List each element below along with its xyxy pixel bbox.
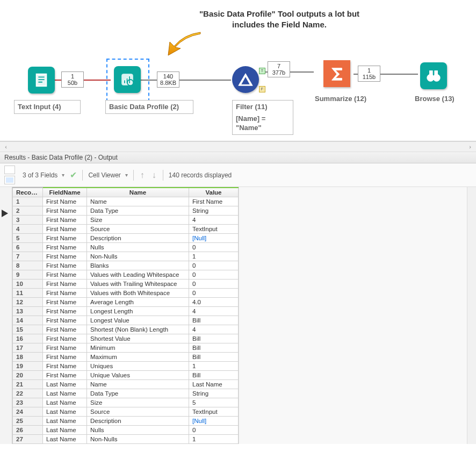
- label-basic-data-profile: Basic Data Profile (2): [105, 100, 193, 114]
- table-view-icon[interactable]: [4, 176, 15, 184]
- current-row-marker-icon: [2, 210, 10, 217]
- table-row[interactable]: 25Last NameDescription[Null]: [13, 417, 239, 426]
- cell-name: Data Type: [87, 206, 189, 216]
- cell-value: TextInput: [189, 407, 239, 417]
- cell-record: 6: [13, 243, 43, 252]
- sort-asc-button[interactable]: ↑: [139, 170, 146, 180]
- tool-text-input[interactable]: [28, 67, 55, 94]
- results-vertical-scrollbar[interactable]: [467, 187, 476, 444]
- cell-name: Name: [87, 380, 189, 389]
- cell-value: TextInput: [189, 225, 239, 234]
- table-row[interactable]: 19First NameUniques1: [13, 362, 239, 371]
- cell-value: 0: [189, 426, 239, 435]
- cell-name: Maximum: [87, 353, 189, 362]
- scroll-right-button[interactable]: ›: [466, 144, 474, 150]
- table-row[interactable]: 6First NameNulls0: [13, 243, 239, 252]
- messages-view-icon[interactable]: [4, 166, 15, 174]
- table-row[interactable]: 3First NameSize4: [13, 216, 239, 225]
- svg-rect-11: [435, 71, 438, 76]
- cell-value: 0: [189, 280, 239, 289]
- table-row[interactable]: 8First NameBlanks0: [13, 261, 239, 270]
- cell-fieldname: First Name: [43, 234, 87, 243]
- table-row[interactable]: 11First NameValues with Both Whitespace0: [13, 289, 239, 298]
- apply-check-icon[interactable]: ✔: [70, 170, 77, 180]
- col-value[interactable]: Value: [189, 188, 239, 197]
- table-row[interactable]: 21Last NameNameLast Name: [13, 380, 239, 389]
- cell-record: 16: [13, 334, 43, 343]
- table-row[interactable]: 15First NameShortest (Non Blank) Length4: [13, 325, 239, 334]
- table-row[interactable]: 5First NameDescription[Null]: [13, 234, 239, 243]
- table-row[interactable]: 22Last NameData TypeString: [13, 389, 239, 398]
- tool-filter[interactable]: [232, 66, 259, 93]
- cell-name: Data Type: [87, 389, 189, 398]
- results-table[interactable]: Record # FieldName Name Value 1First Nam…: [12, 187, 239, 444]
- callout-text: "Basic Data Profile" Tool outputs a lot …: [199, 9, 360, 30]
- cell-fieldname: Last Name: [43, 426, 87, 435]
- cell-value: First Name: [189, 197, 239, 206]
- cell-record: 9: [13, 270, 43, 280]
- cell-value: 5: [189, 398, 239, 407]
- table-row[interactable]: 24Last NameSourceTextInput: [13, 407, 239, 417]
- tool-summarize[interactable]: [323, 60, 350, 87]
- table-row[interactable]: 4First NameSourceTextInput: [13, 225, 239, 234]
- callout-arrow-icon: [165, 31, 203, 56]
- filter-true-port[interactable]: T: [259, 68, 265, 74]
- cell-fieldname: First Name: [43, 334, 87, 343]
- cell-value: [Null]: [189, 234, 239, 243]
- table-row[interactable]: 7First NameNon-Nulls1: [13, 252, 239, 261]
- cell-record: 24: [13, 407, 43, 417]
- table-row[interactable]: 23Last NameSize5: [13, 398, 239, 407]
- fields-dropdown[interactable]: 3 of 3 Fields: [23, 171, 64, 179]
- cell-fieldname: First Name: [43, 362, 87, 371]
- cell-record: 4: [13, 225, 43, 234]
- binoculars-icon: [425, 68, 442, 84]
- scroll-left-button[interactable]: ‹: [2, 144, 10, 150]
- results-toolbar: 3 of 3 Fields ✔ Cell Viewer ↑ ↓ 140 reco…: [0, 163, 476, 187]
- workflow-canvas[interactable]: "Basic Data Profile" Tool outputs a lot …: [0, 0, 476, 141]
- sort-desc-button[interactable]: ↓: [151, 170, 157, 180]
- cell-value: 0: [189, 243, 239, 252]
- canvas-horizontal-scrollbar[interactable]: ‹ ›: [0, 141, 476, 152]
- cell-value: String: [189, 206, 239, 216]
- col-name[interactable]: Name: [87, 188, 189, 197]
- cell-name: Source: [87, 225, 189, 234]
- cell-fieldname: Last Name: [43, 398, 87, 407]
- table-row[interactable]: 14First NameLongest ValueBill: [13, 316, 239, 325]
- table-row[interactable]: 17First NameMinimumBill: [13, 343, 239, 353]
- row-gutter: [0, 187, 12, 444]
- table-row[interactable]: 1First NameNameFirst Name: [13, 197, 239, 206]
- cell-name: Average Length: [87, 298, 189, 307]
- col-fieldname[interactable]: FieldName: [43, 188, 87, 197]
- table-row[interactable]: 27Last NameNon-Nulls1: [13, 435, 239, 444]
- cell-record: 22: [13, 389, 43, 398]
- label-summarize: Summarize (12): [312, 92, 388, 105]
- cell-record: 18: [13, 353, 43, 362]
- table-row[interactable]: 9First NameValues with Leading Whitespac…: [13, 270, 239, 280]
- cell-record: 1: [13, 197, 43, 206]
- cell-fieldname: First Name: [43, 316, 87, 325]
- cell-record: 5: [13, 234, 43, 243]
- tool-basic-data-profile[interactable]: [114, 66, 141, 93]
- table-row[interactable]: 12First NameAverage Length4.0: [13, 298, 239, 307]
- col-record[interactable]: Record #: [13, 188, 43, 197]
- cell-value: 0: [189, 289, 239, 298]
- tool-browse[interactable]: [420, 62, 447, 89]
- cell-name: Values with Trailing Whitespace: [87, 280, 189, 289]
- table-row[interactable]: 26Last NameNulls0: [13, 426, 239, 435]
- table-row[interactable]: 10First NameValues with Trailing Whitesp…: [13, 280, 239, 289]
- cell-viewer-dropdown[interactable]: Cell Viewer: [88, 171, 127, 179]
- cell-fieldname: First Name: [43, 261, 87, 270]
- cell-fieldname: Last Name: [43, 380, 87, 389]
- table-row[interactable]: 16First NameShortest ValueBill: [13, 334, 239, 343]
- table-row[interactable]: 18First NameMaximumBill: [13, 353, 239, 362]
- table-row[interactable]: 2First NameData TypeString: [13, 206, 239, 216]
- cell-value: Bill: [189, 353, 239, 362]
- cell-value: Bill: [189, 316, 239, 325]
- table-row[interactable]: 20First NameUnique ValuesBill: [13, 371, 239, 380]
- table-row[interactable]: 13First NameLongest Length4: [13, 307, 239, 316]
- cell-name: Minimum: [87, 343, 189, 353]
- label-filter: Filter (11) [Name] = "Name": [232, 100, 293, 135]
- filter-false-port[interactable]: F: [259, 86, 265, 92]
- badge-text-input: 1 50b: [61, 71, 84, 88]
- svg-rect-10: [430, 71, 433, 76]
